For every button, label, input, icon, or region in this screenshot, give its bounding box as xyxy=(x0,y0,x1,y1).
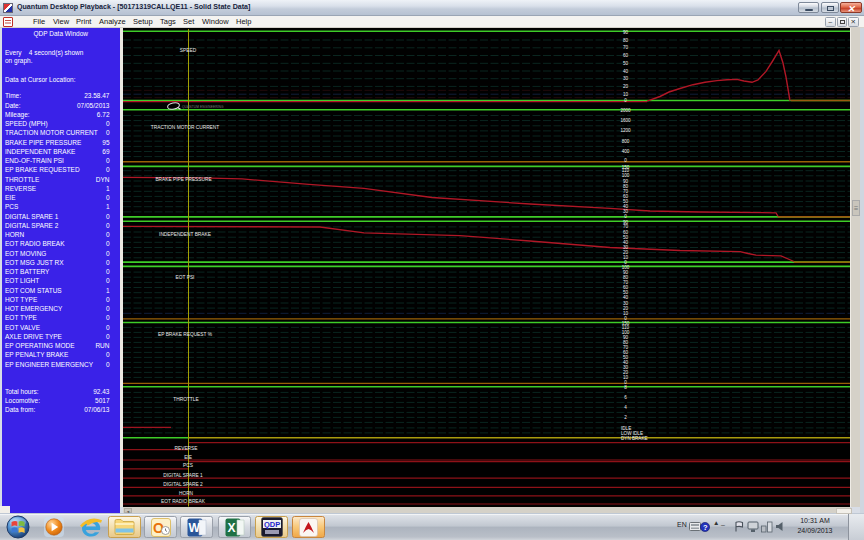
svg-text:0: 0 xyxy=(624,260,627,265)
svg-text:800: 800 xyxy=(622,139,630,144)
svg-text:TRACTION MOTOR CURRENT: TRACTION MOTOR CURRENT xyxy=(151,125,219,130)
svg-text:10: 10 xyxy=(623,92,629,97)
svg-text:DYN BRAKE: DYN BRAKE xyxy=(621,436,648,441)
svg-text:90: 90 xyxy=(623,30,629,35)
svg-text:400: 400 xyxy=(622,149,630,154)
svg-text:PCS: PCS xyxy=(183,463,193,468)
svg-text:EIE: EIE xyxy=(184,455,192,460)
svg-text:QDP: QDP xyxy=(264,520,280,529)
svg-text:DIGITAL SPARE 2: DIGITAL SPARE 2 xyxy=(163,482,203,487)
svg-text:20: 20 xyxy=(623,84,629,89)
svg-text:50: 50 xyxy=(623,61,629,66)
svg-text:60: 60 xyxy=(623,53,629,58)
svg-text:4: 4 xyxy=(624,405,627,410)
svg-text:THROTTLE: THROTTLE xyxy=(173,397,198,402)
svg-text:1600: 1600 xyxy=(620,118,631,123)
svg-text:0: 0 xyxy=(624,158,627,163)
svg-text:EP BRAKE REQUEST %: EP BRAKE REQUEST % xyxy=(158,332,213,337)
svg-text:EOT RADIO BREAK: EOT RADIO BREAK xyxy=(161,499,206,504)
svg-text:8: 8 xyxy=(624,385,627,390)
svg-text:?: ? xyxy=(703,522,708,531)
svg-text:REVERSE: REVERSE xyxy=(175,446,198,451)
svg-text:W: W xyxy=(189,521,201,535)
svg-text:30: 30 xyxy=(623,76,629,81)
svg-text:2: 2 xyxy=(624,415,627,420)
svg-text:70: 70 xyxy=(623,45,629,50)
svg-text:QUANTUM ENGINEERING: QUANTUM ENGINEERING xyxy=(182,105,224,109)
svg-text:6: 6 xyxy=(624,395,627,400)
svg-text:0: 0 xyxy=(624,380,627,385)
svg-text:0: 0 xyxy=(624,98,627,103)
svg-text:X: X xyxy=(228,521,236,535)
svg-text:40: 40 xyxy=(623,69,629,74)
svg-text:2000: 2000 xyxy=(620,108,631,113)
svg-text:DIGITAL SPARE 1: DIGITAL SPARE 1 xyxy=(163,473,203,478)
svg-text:0: 0 xyxy=(624,214,627,219)
svg-text:SPEED: SPEED xyxy=(180,48,197,53)
svg-text:1200: 1200 xyxy=(620,128,631,133)
svg-text:HORN: HORN xyxy=(179,491,194,496)
svg-text:INDEPENDENT BRAKE: INDEPENDENT BRAKE xyxy=(159,232,211,237)
svg-text:80: 80 xyxy=(623,38,629,43)
svg-text:BRAKE PIPE PRESSURE: BRAKE PIPE PRESSURE xyxy=(155,177,211,182)
svg-text:EOT PSI: EOT PSI xyxy=(176,275,195,280)
